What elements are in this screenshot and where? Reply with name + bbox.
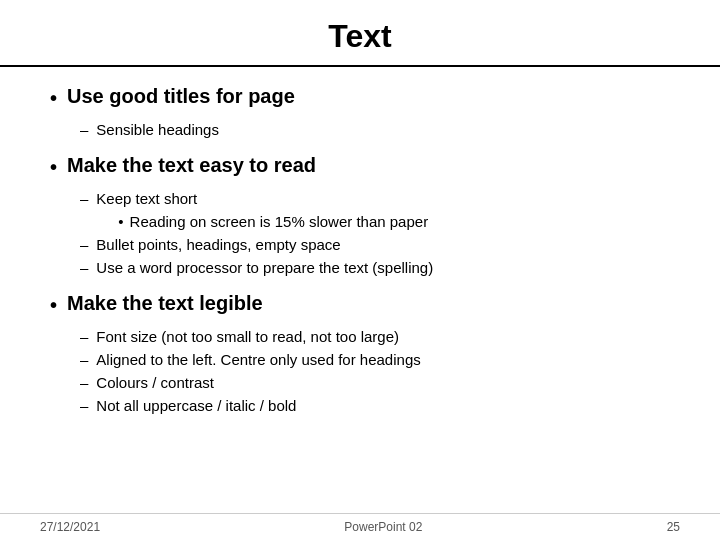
sub-item-2-2: – Bullet points, headings, empty space — [80, 234, 670, 255]
sub-sub-item-2-1-1-text: Reading on screen is 15% slower than pap… — [130, 211, 429, 232]
sub-item-2-3-text: Use a word processor to prepare the text… — [96, 257, 433, 278]
bullet-dot-3: • — [50, 292, 57, 318]
sub-dash-2-3: – — [80, 257, 88, 278]
section-1-subitems: – Sensible headings — [50, 119, 670, 140]
section-3-subitems: – Font size (not too small to read, not … — [50, 326, 670, 416]
sub-item-1-1-text: Sensible headings — [96, 119, 219, 140]
bullet-dot-2: • — [50, 154, 57, 180]
section-2-label: Make the text easy to read — [67, 154, 316, 177]
sub-dash-1-1: – — [80, 119, 88, 140]
slide: Text • Use good titles for page – Sensib… — [0, 0, 720, 540]
sub-sub-item-2-1-1: • Reading on screen is 15% slower than p… — [118, 211, 428, 232]
sub-item-3-1: – Font size (not too small to read, not … — [80, 326, 670, 347]
sub-item-2-1: – Keep text short • Reading on screen is… — [80, 188, 670, 232]
section-2-subitems: – Keep text short • Reading on screen is… — [50, 188, 670, 278]
sub-sub-items-2-1: • Reading on screen is 15% slower than p… — [96, 211, 428, 232]
section-3: • Make the text legible – Font size (not… — [50, 292, 670, 416]
section-3-label: Make the text legible — [67, 292, 263, 315]
section-2-main: • Make the text easy to read — [50, 154, 670, 180]
slide-header: Text — [0, 0, 720, 67]
sub-item-3-3: – Colours / contrast — [80, 372, 670, 393]
slide-title: Text — [40, 18, 680, 55]
sub-item-3-4-text: Not all uppercase / italic / bold — [96, 395, 296, 416]
slide-footer: 27/12/2021 PowerPoint 02 25 — [0, 513, 720, 540]
sub-item-2-3: – Use a word processor to prepare the te… — [80, 257, 670, 278]
sub-dash-3-4: – — [80, 395, 88, 416]
sub-sub-dot-2-1-1: • — [118, 211, 123, 232]
bullet-dot-1: • — [50, 85, 57, 111]
sub-item-2-2-text: Bullet points, headings, empty space — [96, 234, 340, 255]
sub-dash-2-1: – — [80, 188, 88, 209]
sub-item-3-1-text: Font size (not too small to read, not to… — [96, 326, 399, 347]
section-3-main: • Make the text legible — [50, 292, 670, 318]
sub-item-3-2: – Aligned to the left. Centre only used … — [80, 349, 670, 370]
footer-date: 27/12/2021 — [40, 520, 100, 534]
footer-center: PowerPoint 02 — [344, 520, 422, 534]
sub-item-2-1-text: Keep text short — [96, 190, 197, 207]
sub-dash-3-2: – — [80, 349, 88, 370]
sub-dash-2-2: – — [80, 234, 88, 255]
section-1-label: Use good titles for page — [67, 85, 295, 108]
sub-item-3-3-text: Colours / contrast — [96, 372, 214, 393]
section-1-main: • Use good titles for page — [50, 85, 670, 111]
section-2: • Make the text easy to read – Keep text… — [50, 154, 670, 278]
sub-item-3-4: – Not all uppercase / italic / bold — [80, 395, 670, 416]
section-1: • Use good titles for page – Sensible he… — [50, 85, 670, 140]
sub-item-1-1: – Sensible headings — [80, 119, 670, 140]
sub-item-3-2-text: Aligned to the left. Centre only used fo… — [96, 349, 420, 370]
slide-content: • Use good titles for page – Sensible he… — [0, 67, 720, 513]
sub-dash-3-3: – — [80, 372, 88, 393]
footer-page: 25 — [667, 520, 680, 534]
sub-dash-3-1: – — [80, 326, 88, 347]
